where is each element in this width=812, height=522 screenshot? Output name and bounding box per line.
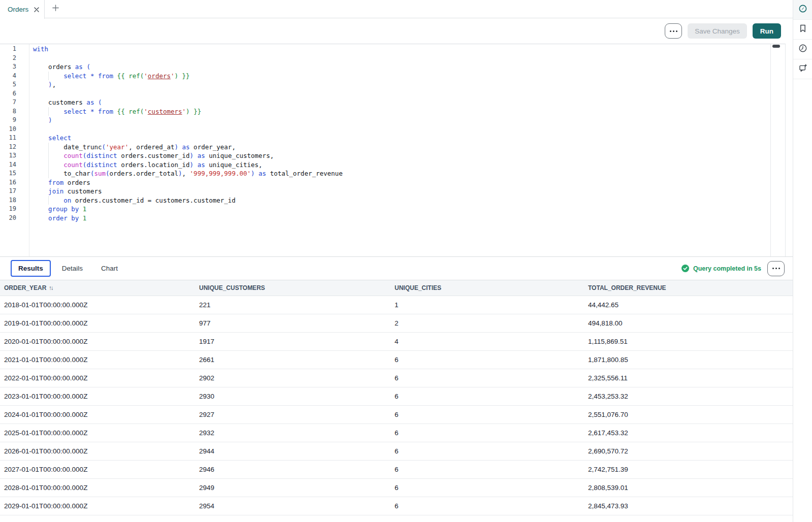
code-line[interactable]: ) (33, 116, 770, 125)
column-header-unique-customers[interactable]: UNIQUE_CUSTOMERS (195, 284, 391, 291)
line-number: 5 (0, 80, 16, 89)
code-line[interactable]: customers as ( (33, 98, 770, 107)
table-cell: 2,617,453.32 (584, 429, 793, 437)
line-number: 10 (0, 125, 16, 134)
table-cell: 2029-01-01T00:00:00.000Z (0, 502, 195, 510)
table-row[interactable]: 2021-01-01T00:00:00.000Z266161,871,800.8… (0, 351, 793, 369)
run-button[interactable]: Run (753, 23, 781, 39)
tab-chart[interactable]: Chart (94, 261, 125, 276)
code-line[interactable]: count(distinct orders.location_id) as un… (33, 160, 770, 170)
table-cell: 2019-01-01T00:00:00.000Z (0, 319, 195, 327)
code-line[interactable]: select (33, 134, 770, 143)
rail-item-history[interactable] (793, 40, 812, 59)
code-line[interactable]: from orders (33, 178, 770, 187)
code-line[interactable]: date_trunc('year', ordered_at) as order_… (33, 143, 770, 152)
line-number: 20 (0, 214, 16, 223)
table-cell: 4 (391, 338, 584, 345)
history-clock-icon (798, 44, 807, 55)
line-number: 9 (0, 116, 16, 125)
table-row[interactable]: 2028-01-01T00:00:00.000Z294962,808,539.0… (0, 479, 793, 497)
close-icon[interactable] (34, 7, 39, 12)
line-number: 14 (0, 160, 16, 170)
code-line[interactable]: join customers (33, 187, 770, 196)
table-row[interactable]: 2026-01-01T00:00:00.000Z294462,690,570.7… (0, 442, 793, 461)
tab-orders[interactable]: Orders (0, 0, 45, 19)
sql-editor[interactable]: 1234567891011121314151617181920 with ord… (0, 44, 786, 256)
table-cell: 1917 (195, 338, 391, 345)
table-cell: 2022-01-01T00:00:00.000Z (0, 374, 195, 382)
code-line[interactable]: with (33, 45, 770, 54)
table-row[interactable]: 2019-01-01T00:00:00.000Z9772494,818.00 (0, 314, 793, 333)
code-line[interactable]: on orders.customer_id = customers.custom… (33, 196, 770, 205)
table-cell: 2944 (195, 447, 391, 455)
table-row[interactable]: 2029-01-01T00:00:00.000Z295462,845,473.9… (0, 497, 793, 515)
line-number: 15 (0, 169, 16, 178)
query-status: Query completed in 5s (681, 265, 761, 272)
code-area[interactable]: 1234567891011121314151617181920 with ord… (0, 44, 771, 256)
code-line[interactable]: group by 1 (33, 205, 770, 214)
table-cell: 44,442.65 (584, 301, 793, 309)
table-row[interactable]: 2018-01-01T00:00:00.000Z221144,442.65 (0, 296, 793, 314)
results-more-options-button[interactable] (767, 261, 785, 276)
column-header-unique-cities[interactable]: UNIQUE_CITIES (391, 284, 584, 291)
editor-code[interactable]: with orders as ( select * from {{ ref('o… (29, 44, 770, 256)
column-header-total-order-revenue[interactable]: TOTAL_ORDER_REVENUE (584, 284, 793, 291)
line-number: 1 (0, 45, 16, 54)
rail-item-bookmark[interactable] (793, 20, 812, 40)
editor-tab-bar: Orders (0, 0, 793, 18)
table-cell: 2661 (195, 356, 391, 364)
table-cell: 6 (391, 484, 584, 492)
table-row[interactable]: 2022-01-01T00:00:00.000Z290262,325,556.1… (0, 369, 793, 387)
code-line[interactable]: ), (33, 80, 770, 89)
table-cell: 2025-01-01T00:00:00.000Z (0, 429, 195, 437)
table-row[interactable]: 2027-01-01T00:00:00.000Z294662,742,751.3… (0, 461, 793, 479)
table-cell: 6 (391, 447, 584, 455)
line-number: 16 (0, 178, 16, 187)
results-table-body: 2018-01-01T00:00:00.000Z221144,442.65201… (0, 296, 793, 522)
code-line[interactable] (33, 125, 770, 134)
table-row[interactable]: 2025-01-01T00:00:00.000Z293262,617,453.3… (0, 424, 793, 442)
rail-item-copilot[interactable] (793, 0, 812, 20)
table-row[interactable]: 2023-01-01T00:00:00.000Z293062,453,253.3… (0, 387, 793, 406)
table-cell: 494,818.00 (584, 319, 793, 327)
table-cell: 2020-01-01T00:00:00.000Z (0, 338, 195, 345)
editor-toolbar: Save Changes Run (0, 18, 793, 44)
table-cell: 6 (391, 429, 584, 437)
code-line[interactable]: orders as ( (33, 62, 770, 72)
editor-scrollbar-thumb[interactable] (772, 45, 780, 48)
table-row[interactable]: 2020-01-01T00:00:00.000Z191741,115,869.5… (0, 333, 793, 351)
tab-orders-label: Orders (8, 6, 28, 13)
save-changes-button[interactable]: Save Changes (688, 23, 747, 39)
code-line[interactable]: to_char(sum(orders.order_total), '999,99… (33, 169, 770, 178)
tab-details[interactable]: Details (55, 261, 90, 276)
table-row[interactable]: 2024-01-01T00:00:00.000Z292762,551,076.7… (0, 406, 793, 424)
column-header-order-year[interactable]: ORDER_YEAR ↑↓ (0, 284, 195, 291)
new-tab-button[interactable] (45, 0, 66, 18)
table-cell: 1 (391, 301, 584, 309)
table-cell: 6 (391, 502, 584, 510)
table-cell: 2,742,751.39 (584, 466, 793, 473)
copilot-compass-icon (798, 4, 807, 15)
table-cell: 2,325,556.11 (584, 374, 793, 382)
code-line[interactable] (33, 54, 770, 63)
line-number: 8 (0, 107, 16, 116)
table-cell: 2927 (195, 411, 391, 418)
line-number: 19 (0, 205, 16, 214)
code-line[interactable] (33, 89, 770, 99)
sort-arrows-icon[interactable]: ↑↓ (49, 285, 53, 291)
table-cell: 2018-01-01T00:00:00.000Z (0, 301, 195, 309)
rail-item-ai-chat[interactable] (793, 59, 812, 79)
code-line[interactable]: count(distinct orders.customer_id) as un… (33, 151, 770, 160)
line-number: 11 (0, 134, 16, 143)
table-cell: 6 (391, 411, 584, 418)
tab-results[interactable]: Results (11, 260, 51, 277)
table-cell: 1,871,800.85 (584, 356, 793, 364)
editor-more-options-button[interactable] (665, 23, 682, 39)
code-line[interactable]: select * from {{ ref('customers') }} (33, 107, 770, 116)
code-line[interactable]: order by 1 (33, 214, 770, 223)
table-row[interactable]: 2030-01-01T00:00:00.000Z295862,876,124.0… (0, 515, 793, 522)
code-line[interactable]: select * from {{ ref('orders') }} (33, 72, 770, 81)
table-cell: 2,690,570.72 (584, 447, 793, 455)
table-cell: 2946 (195, 466, 391, 473)
ellipsis-icon (772, 268, 774, 269)
